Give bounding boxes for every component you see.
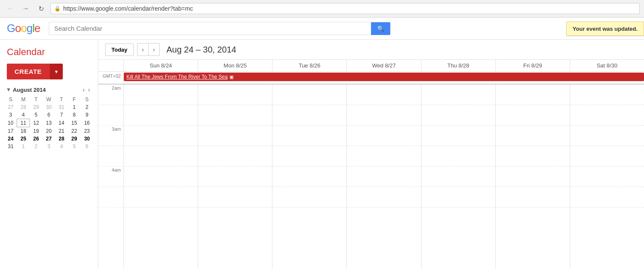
prev-week-button[interactable]: ‹ xyxy=(137,43,148,56)
mini-cal-day[interactable]: 7 xyxy=(55,111,68,119)
time-cell[interactable] xyxy=(347,85,421,105)
time-cell[interactable] xyxy=(272,187,346,208)
day-col-sun[interactable] xyxy=(124,85,198,269)
mini-cal-day[interactable]: 1 xyxy=(68,103,81,111)
url-input[interactable] xyxy=(63,5,636,12)
time-cell[interactable] xyxy=(422,146,495,167)
mini-cal-day[interactable]: 21 xyxy=(55,127,68,135)
allday-event[interactable]: Kill All The Jews From The River To The … xyxy=(124,73,644,81)
time-cell[interactable] xyxy=(272,126,346,146)
time-cell[interactable] xyxy=(272,105,346,126)
time-cell[interactable] xyxy=(496,146,570,167)
mini-cal-day[interactable]: 26 xyxy=(30,135,43,143)
day-col-sat[interactable] xyxy=(570,85,644,269)
day-col-fri[interactable] xyxy=(496,85,570,269)
time-cell[interactable] xyxy=(422,167,495,187)
mini-cal-day[interactable]: 20 xyxy=(42,127,55,135)
time-cell[interactable] xyxy=(422,126,495,146)
mini-cal-day[interactable]: 16 xyxy=(81,119,94,127)
time-cell[interactable] xyxy=(198,146,272,167)
time-cell[interactable] xyxy=(347,146,421,167)
time-cell[interactable] xyxy=(198,167,272,187)
time-cell[interactable] xyxy=(496,126,570,146)
mini-cal-prev-button[interactable]: ‹ xyxy=(81,85,87,94)
mini-cal-day[interactable]: 22 xyxy=(68,127,81,135)
time-cell[interactable] xyxy=(422,105,495,126)
mini-cal-day[interactable]: 3 xyxy=(4,111,17,119)
mini-cal-day[interactable]: 18 xyxy=(17,127,30,135)
time-cell[interactable] xyxy=(496,85,570,105)
mini-cal-day[interactable]: 15 xyxy=(68,119,81,127)
forward-button[interactable]: → xyxy=(20,3,32,15)
mini-cal-day[interactable]: 19 xyxy=(30,127,43,135)
mini-cal-day[interactable]: 12 xyxy=(30,119,43,127)
time-cell[interactable] xyxy=(198,126,272,146)
day-col-tue[interactable] xyxy=(272,85,347,269)
mini-cal-day[interactable]: 1 xyxy=(17,143,30,150)
time-cell[interactable] xyxy=(496,167,570,187)
mini-cal-day[interactable]: 2 xyxy=(81,103,94,111)
mini-cal-day[interactable]: 13 xyxy=(42,119,55,127)
mini-cal-day[interactable]: 27 xyxy=(4,103,17,111)
time-cell[interactable] xyxy=(496,187,570,208)
mini-cal-day[interactable]: 31 xyxy=(4,143,17,150)
time-cell[interactable] xyxy=(347,126,421,146)
time-cell[interactable] xyxy=(570,167,644,187)
mini-cal-day[interactable]: 5 xyxy=(68,143,81,150)
time-cell[interactable] xyxy=(422,187,495,208)
time-cell[interactable] xyxy=(347,187,421,208)
mini-cal-day[interactable]: 25 xyxy=(17,135,30,143)
mini-cal-day[interactable]: 11 xyxy=(17,119,30,127)
time-cell[interactable] xyxy=(570,126,644,146)
time-cell[interactable] xyxy=(347,105,421,126)
time-cell[interactable] xyxy=(198,85,272,105)
mini-cal-day[interactable]: 8 xyxy=(68,111,81,119)
time-cell[interactable] xyxy=(422,85,495,105)
time-cell[interactable] xyxy=(198,105,272,126)
time-cell[interactable] xyxy=(570,146,644,167)
time-cell[interactable] xyxy=(272,167,346,187)
today-button[interactable]: Today xyxy=(105,44,134,56)
create-dropdown-button[interactable]: ▼ xyxy=(50,64,63,79)
mini-cal-day[interactable]: 23 xyxy=(81,127,94,135)
mini-cal-day[interactable]: 24 xyxy=(4,135,17,143)
time-cell[interactable] xyxy=(272,85,346,105)
day-col-wed[interactable] xyxy=(347,85,421,269)
time-cell[interactable] xyxy=(124,146,198,167)
mini-cal-day[interactable]: 14 xyxy=(55,119,68,127)
time-cell[interactable] xyxy=(272,146,346,167)
mini-cal-day[interactable]: 5 xyxy=(30,111,43,119)
mini-cal-day[interactable]: 28 xyxy=(55,135,68,143)
time-cell[interactable] xyxy=(124,85,198,105)
next-week-button[interactable]: › xyxy=(148,43,160,56)
search-button[interactable]: 🔍 xyxy=(371,22,390,35)
time-cell[interactable] xyxy=(570,187,644,208)
day-col-thu[interactable] xyxy=(422,85,496,269)
reload-button[interactable]: ↻ xyxy=(35,3,47,15)
mini-cal-day[interactable]: 30 xyxy=(42,103,55,111)
mini-cal-day[interactable]: 27 xyxy=(42,135,55,143)
mini-cal-day[interactable]: 6 xyxy=(42,111,55,119)
mini-cal-day[interactable]: 28 xyxy=(17,103,30,111)
day-col-mon[interactable] xyxy=(198,85,272,269)
mini-cal-day[interactable]: 4 xyxy=(17,111,30,119)
mini-cal-day[interactable]: 6 xyxy=(81,143,94,150)
mini-cal-day[interactable]: 17 xyxy=(4,127,17,135)
mini-cal-next-button[interactable]: › xyxy=(86,85,92,94)
create-button[interactable]: CREATE xyxy=(7,64,50,79)
mini-cal-day[interactable]: 3 xyxy=(42,143,55,150)
time-cell[interactable] xyxy=(124,187,198,208)
mini-cal-day[interactable]: 9 xyxy=(81,111,94,119)
time-cell[interactable] xyxy=(198,187,272,208)
back-button[interactable]: ← xyxy=(4,3,16,15)
mini-cal-day[interactable]: 10 xyxy=(4,119,17,127)
mini-cal-day[interactable]: 29 xyxy=(68,135,81,143)
search-input[interactable] xyxy=(54,25,366,32)
time-cell[interactable] xyxy=(496,105,570,126)
time-cell[interactable] xyxy=(570,105,644,126)
time-cell[interactable] xyxy=(124,126,198,146)
time-cell[interactable] xyxy=(347,167,421,187)
time-cell[interactable] xyxy=(124,167,198,187)
mini-cal-day[interactable]: 30 xyxy=(81,135,94,143)
time-cell[interactable] xyxy=(124,105,198,126)
